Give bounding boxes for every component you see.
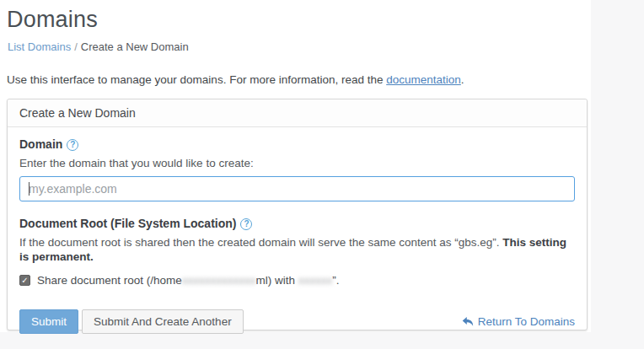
document-root-hint: If the document root is shared then the …: [19, 235, 575, 264]
main-content-area: Domains List Domains/Create a New Domain…: [0, 0, 591, 332]
breadcrumb-current: Create a New Domain: [81, 40, 189, 53]
reply-arrow-icon: [462, 316, 474, 327]
domain-label: Domain?: [19, 137, 575, 152]
redacted-path: xxxxxxxxxxxxx: [182, 274, 256, 287]
panel-body: Domain? Enter the domain that you would …: [8, 127, 587, 334]
help-icon[interactable]: ?: [240, 218, 252, 230]
breadcrumb-separator: /: [74, 40, 78, 53]
checkbox-checked-icon[interactable]: ✓: [19, 275, 30, 286]
intro-text-before: Use this interface to manage your domain…: [7, 73, 386, 86]
text-cursor: [29, 182, 30, 196]
share-docroot-checkbox-row[interactable]: ✓ Share document root (/homexxxxxxxxxxxx…: [19, 273, 575, 287]
documentation-link[interactable]: documentation: [386, 73, 461, 86]
submit-button[interactable]: Submit: [19, 309, 78, 334]
form-actions: Submit Submit And Create Another Return …: [19, 309, 575, 334]
panel-header: Create a New Domain: [8, 99, 587, 127]
redacted-domain: xxxxxx: [298, 274, 333, 287]
domain-input[interactable]: [19, 176, 575, 201]
create-domain-panel: Create a New Domain Domain? Enter the do…: [7, 99, 588, 330]
return-link-label: Return To Domains: [478, 315, 575, 328]
help-icon[interactable]: ?: [67, 139, 78, 151]
breadcrumb-link-list-domains[interactable]: List Domains: [8, 40, 71, 53]
submit-and-create-another-button[interactable]: Submit And Create Another: [82, 309, 244, 334]
intro-text: Use this interface to manage your domain…: [7, 73, 591, 86]
domain-hint: Enter the domain that you would like to …: [19, 156, 575, 170]
document-root-group: Document Root (File System Location)? If…: [19, 217, 575, 287]
document-root-label: Document Root (File System Location)?: [19, 217, 575, 231]
intro-text-after: .: [461, 73, 464, 86]
domain-field-group: Domain? Enter the domain that you would …: [19, 137, 575, 201]
breadcrumb: List Domains/Create a New Domain: [8, 40, 591, 53]
page-title: Domains: [7, 7, 591, 33]
share-docroot-label: Share document root (/homexxxxxxxxxxxxxm…: [37, 273, 340, 287]
domain-input-wrap: [19, 176, 575, 201]
return-to-domains-link[interactable]: Return To Domains: [462, 315, 575, 328]
